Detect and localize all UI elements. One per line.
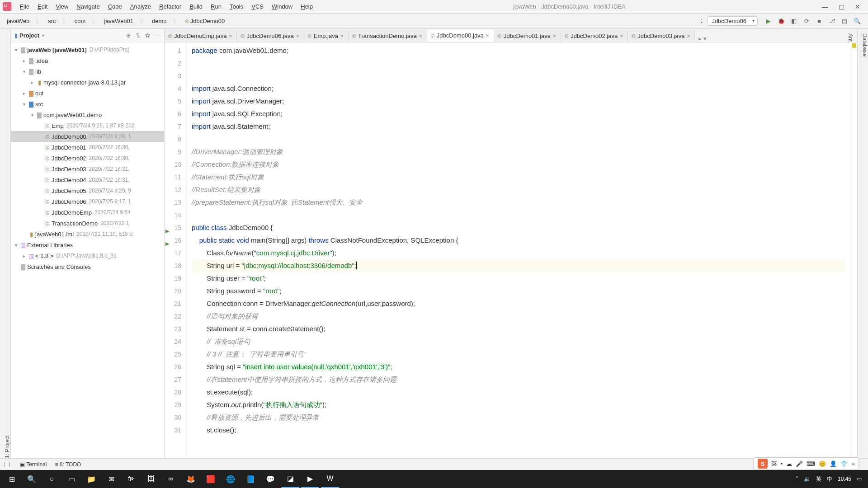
menu-window[interactable]: Window <box>268 3 297 10</box>
build-icon[interactable]: ⤹ <box>697 17 705 25</box>
breadcrumb[interactable]: javaWeb〉src〉com〉javaWeb01〉demo〉JdbcDemo0… <box>5 16 227 26</box>
store-icon[interactable]: 🛍 <box>122 470 140 488</box>
minimize-button[interactable]: — <box>822 4 828 10</box>
firefox-icon[interactable]: 🦊 <box>182 470 200 488</box>
vcs-icon[interactable]: ⎇ <box>828 17 836 25</box>
intellij-taskbar-icon[interactable]: ◪ <box>281 470 299 488</box>
tree-JdbcDemo03[interactable]: ©JdbcDemo032020/7/22 16:31, <box>11 164 164 174</box>
clock[interactable]: 10:45 <box>838 476 851 482</box>
cortana-icon[interactable]: ○ <box>42 470 61 488</box>
tab-JdbcDemoEmp.java[interactable]: ©JdbcDemoEmp.java× <box>165 30 237 42</box>
tree-javaWeb[interactable]: ▾▇javaWeb [javaWeb01]D:\APP\IdeaProj <box>11 44 164 55</box>
terminal-tab[interactable]: ▣ Terminal <box>20 461 47 468</box>
tree-JdbcDemo05[interactable]: ©JdbcDemo052020/7/24 8:29, 9 <box>11 185 164 196</box>
crumb-demo[interactable]: demo <box>150 17 169 25</box>
menu-edit[interactable]: Edit <box>33 3 52 10</box>
tab-JdbcDemo01.java[interactable]: ©JdbcDemo01.java× <box>494 30 561 42</box>
close-tab-icon[interactable]: × <box>296 33 299 39</box>
tree-JdbcDemo06[interactable]: ©JdbcDemo062020/7/25 8:17, 1 <box>11 196 164 207</box>
app-icon[interactable]: 🟥 <box>202 470 220 488</box>
tree-JdbcDemoEmp[interactable]: ©JdbcDemoEmp2020/7/24 9:54 <box>11 207 164 218</box>
search-taskbar-icon[interactable]: 🔍 <box>23 470 41 488</box>
line-gutter[interactable]: 1234567891011121314▶15▶16171819202122232… <box>165 42 186 458</box>
tree-< 1.8 >[interactable]: ▸▥< 1.8 >D:\APP\Java\jdk1.8.0_91 <box>11 250 164 261</box>
settings-icon[interactable]: ✿ <box>145 32 150 39</box>
tree-TransactionDemo[interactable]: ©TransactionDemo2020/7/22 1 <box>11 218 164 229</box>
tree-JdbcDemo00[interactable]: ©JdbcDemo002020/7/24 8:28, 1 <box>11 131 164 142</box>
ime-lang[interactable]: 英 <box>771 460 777 468</box>
right-tool-strip[interactable]: Database Ant <box>857 29 868 458</box>
tab-JdbcDemo02.java[interactable]: ©JdbcDemo02.java× <box>561 30 628 42</box>
structure-icon[interactable]: ▤ <box>840 17 849 25</box>
menu-refactor[interactable]: Refactor <box>155 3 185 10</box>
crumb-JdbcDemo00[interactable]: JdbcDemo00 <box>183 17 227 25</box>
expand-icon[interactable]: ⇅ <box>136 32 141 39</box>
tree-com.javaWeb01.demo[interactable]: ▾▇com.javaWeb01.demo <box>11 109 164 120</box>
explorer-icon[interactable]: 📁 <box>82 470 100 488</box>
menu-file[interactable]: File <box>16 3 33 10</box>
ime-mode[interactable]: 中 <box>827 475 832 483</box>
close-tab-icon[interactable]: × <box>486 33 489 39</box>
taskview-icon[interactable]: ▭ <box>62 470 80 488</box>
vs-icon[interactable]: ∞ <box>162 470 180 488</box>
left-tool-strip[interactable]: 1: Project 2: Favorites 7: Structure <box>0 29 11 458</box>
tab-JdbcDemo00.java[interactable]: ©JdbcDemo00.java× <box>427 29 494 42</box>
code-editor[interactable]: package com.javaWeb01.demo; import java.… <box>186 42 851 458</box>
close-tab-icon[interactable]: × <box>553 33 556 39</box>
tree-javaWeb01.iml[interactable]: ▮javaWeb01.iml2020/7/21 11:10, 519 B <box>11 229 164 239</box>
warning-marker[interactable] <box>852 43 856 48</box>
tree-mysql-connector-java-8.0.13.jar[interactable]: ▸▮mysql-connector-java-8.0.13.jar <box>11 77 164 88</box>
wechat-icon[interactable]: 💬 <box>261 470 279 488</box>
menu-build[interactable]: Build <box>185 3 207 10</box>
windows-taskbar[interactable]: ⊞ 🔍 ○ ▭ 📁 ✉ 🛍 🖼 ∞ 🦊 🟥 🌐 📘 💬 ◪ ▶ W ˄ 🔉 英 … <box>0 470 868 488</box>
close-tab-icon[interactable]: × <box>687 33 690 39</box>
maximize-button[interactable]: ▢ <box>838 4 844 10</box>
ime-toolbar[interactable]: S 英 •☁🎤⌨😊👤👕≡ <box>754 457 859 470</box>
crumb-src[interactable]: src <box>46 17 58 25</box>
media-icon[interactable]: ▶ <box>301 470 319 488</box>
crumb-com[interactable]: com <box>72 17 88 25</box>
crumb-javaWeb[interactable]: javaWeb <box>5 17 32 25</box>
nav-icon[interactable]: 📘 <box>241 470 259 488</box>
debug-icon[interactable]: 🐞 <box>777 17 785 25</box>
error-stripe[interactable] <box>851 42 857 458</box>
tray-expand-icon[interactable]: ˄ <box>796 476 798 482</box>
menu-code[interactable]: Code <box>104 3 126 10</box>
project-tree[interactable]: ▾▇javaWeb [javaWeb01]D:\APP\IdeaProj▸▇.i… <box>11 42 164 458</box>
tree-Emp[interactable]: ©Emp2020/7/24 9:26, 1.87 kB 202 <box>11 120 164 131</box>
network-icon[interactable]: 🔉 <box>804 476 811 482</box>
tab-TransactionDemo.java[interactable]: ©TransactionDemo.java× <box>349 30 427 42</box>
run-config-select[interactable]: JdbcDemo06 <box>708 16 758 26</box>
run-icon[interactable]: ▶ <box>764 17 773 25</box>
stop-icon[interactable]: ■ <box>815 17 823 25</box>
tab-JdbcDemo03.java[interactable]: ©JdbcDemo03.java× <box>628 30 695 42</box>
word-icon[interactable]: W <box>321 470 339 488</box>
menu-run[interactable]: Run <box>207 3 226 10</box>
tree-External Libraries[interactable]: ▾▥External Libraries <box>11 239 164 250</box>
close-tab-icon[interactable]: × <box>229 33 232 39</box>
menu-view[interactable]: View <box>52 3 72 10</box>
todo-tab[interactable]: ≡ 6: TODO <box>55 461 81 468</box>
menu-analyze[interactable]: Analyze <box>126 3 155 10</box>
close-tab-icon[interactable]: × <box>340 33 344 39</box>
menu-tools[interactable]: Tools <box>226 3 247 10</box>
search-icon[interactable]: 🔍 <box>853 17 861 25</box>
tree-JdbcDemo02[interactable]: ©JdbcDemo022020/7/22 16:30, <box>11 153 164 164</box>
menu-help[interactable]: Help <box>297 3 317 10</box>
mail-icon[interactable]: ✉ <box>102 470 120 488</box>
editor-tabs[interactable]: ©JdbcDemoEmp.java×©JdbcDemo06.java×©Emp.… <box>165 29 857 42</box>
tree-JdbcDemo01[interactable]: ©JdbcDemo012020/7/22 16:30, <box>11 142 164 153</box>
profile-icon[interactable]: ⟳ <box>802 17 811 25</box>
close-tab-icon[interactable]: × <box>620 33 623 39</box>
chrome-icon[interactable]: 🌐 <box>222 470 240 488</box>
action-center-icon[interactable]: ▭ <box>857 476 862 482</box>
crumb-javaWeb01[interactable]: javaWeb01 <box>102 17 136 25</box>
close-button[interactable]: ✕ <box>854 4 861 10</box>
tree-src[interactable]: ▾▇src <box>11 99 164 109</box>
hide-icon[interactable]: — <box>155 32 160 39</box>
sogou-ime-icon[interactable]: S <box>758 459 768 469</box>
tree-.idea[interactable]: ▸▇.idea <box>11 55 164 66</box>
photos-icon[interactable]: 🖼 <box>142 470 160 488</box>
tree-JdbcDemo04[interactable]: ©JdbcDemo042020/7/22 16:31, <box>11 174 164 185</box>
tab-Emp.java[interactable]: ©Emp.java× <box>304 30 349 42</box>
